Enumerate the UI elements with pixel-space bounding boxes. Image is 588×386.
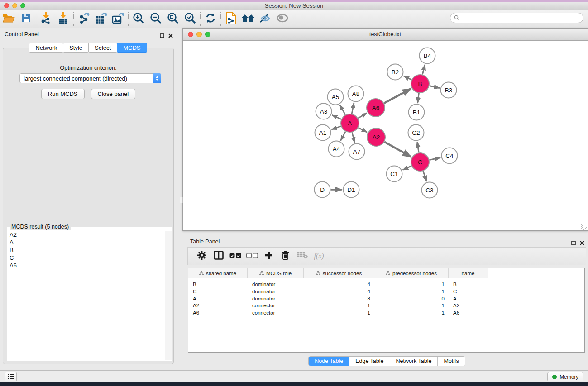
node-B3[interactable]: B3 xyxy=(441,82,457,98)
mcds-result-item[interactable]: C xyxy=(8,254,165,262)
edge-A-A3[interactable] xyxy=(332,115,341,119)
node-A[interactable]: A xyxy=(341,114,359,132)
cell-predecessor-nodes[interactable]: 1 xyxy=(374,302,449,309)
network-zoom-button[interactable] xyxy=(205,32,210,37)
network-graph[interactable]: B4B2BB3A8A5A6A3B1AA1C2A2A4A7C4CC1C3DD1 xyxy=(183,41,588,230)
tab-select[interactable]: Select xyxy=(88,43,117,53)
node-C[interactable]: C xyxy=(411,153,429,171)
cell-name[interactable]: A2 xyxy=(449,302,488,309)
close-window-button[interactable] xyxy=(4,3,9,8)
edge-B-B4[interactable] xyxy=(422,65,425,75)
node-A7[interactable]: A7 xyxy=(349,144,365,160)
add-column-button[interactable] xyxy=(260,248,277,264)
tab-edge-table[interactable]: Edge Table xyxy=(349,357,390,366)
save-session-button[interactable] xyxy=(17,11,34,27)
table-row-C[interactable]: Cdominator41C xyxy=(188,288,488,295)
close-panel-button[interactable]: Close panel xyxy=(91,89,136,99)
node-A5[interactable]: A5 xyxy=(328,89,344,105)
cell-shared-name[interactable]: C xyxy=(188,288,248,295)
zoom-fit-button[interactable] xyxy=(164,11,182,27)
close-panel-icon[interactable] xyxy=(580,239,584,247)
zoom-window-button[interactable] xyxy=(20,3,25,8)
import-network-button[interactable] xyxy=(38,11,55,27)
edge-A2-C[interactable] xyxy=(384,142,411,157)
edge-C-C2[interactable] xyxy=(417,142,419,152)
table-settings-button[interactable] xyxy=(193,248,210,264)
clear-selection-button[interactable] xyxy=(244,248,260,264)
column-header-shared-name[interactable]: shared name xyxy=(188,268,248,278)
node-B1[interactable]: B1 xyxy=(409,105,425,120)
edge-C-C1[interactable] xyxy=(403,166,411,170)
node-B4[interactable]: B4 xyxy=(420,48,435,64)
mcds-result-item[interactable]: A xyxy=(8,238,165,246)
new-network-from-file-button[interactable] xyxy=(222,11,239,27)
edge-B-B2[interactable] xyxy=(404,76,411,80)
network-canvas[interactable]: B4B2BB3A8A5A6A3B1AA1C2A2A4A7C4CC1C3DD1 xyxy=(183,41,588,230)
mcds-result-item[interactable]: A6 xyxy=(8,262,165,269)
edge-A-A7[interactable] xyxy=(352,132,354,143)
cell-MCDS-role[interactable]: connector xyxy=(248,309,304,316)
node-A1[interactable]: A1 xyxy=(315,125,331,141)
mcds-result-item[interactable]: A2 xyxy=(8,231,165,238)
zoom-selected-button[interactable] xyxy=(182,11,199,27)
delete-column-button[interactable] xyxy=(277,248,294,264)
edge-C-C4[interactable] xyxy=(430,157,440,160)
open-session-button[interactable] xyxy=(0,11,17,27)
import-table-button[interactable] xyxy=(55,11,72,27)
task-history-button[interactable] xyxy=(5,372,17,381)
node-A4[interactable]: A4 xyxy=(329,141,344,157)
show-columns-button[interactable] xyxy=(210,248,227,264)
node-C2[interactable]: C2 xyxy=(408,125,424,141)
cell-name[interactable]: A6 xyxy=(449,309,488,316)
memory-button[interactable]: Memory xyxy=(547,372,583,381)
tab-motifs[interactable]: Motifs xyxy=(438,357,464,366)
cell-shared-name[interactable]: A2 xyxy=(188,302,248,309)
cell-predecessor-nodes[interactable]: 1 xyxy=(374,281,449,288)
column-header-MCDS-role[interactable]: MCDS role xyxy=(248,268,304,278)
tab-node-table[interactable]: Node Table xyxy=(309,357,349,366)
float-panel-icon[interactable] xyxy=(571,239,576,247)
criterion-dropdown[interactable]: largest connected component (directed) xyxy=(19,73,161,83)
tab-mcds[interactable]: MCDS xyxy=(117,43,147,53)
edge-A-A4[interactable] xyxy=(341,132,346,141)
node-C1[interactable]: C1 xyxy=(387,166,402,182)
node-A8[interactable]: A8 xyxy=(348,86,364,102)
node-D1[interactable]: D1 xyxy=(344,182,359,198)
column-header-successor-nodes[interactable]: successor nodes xyxy=(304,268,374,278)
node-B[interactable]: B xyxy=(411,75,429,93)
export-image-button[interactable] xyxy=(110,11,127,27)
edge-A-A5[interactable] xyxy=(340,105,345,115)
cell-shared-name[interactable]: A xyxy=(188,295,248,302)
cell-MCDS-role[interactable]: dominator xyxy=(248,295,304,302)
zoom-out-button[interactable] xyxy=(147,11,164,27)
edge-A-A8[interactable] xyxy=(352,103,354,114)
homes-button[interactable] xyxy=(239,11,257,27)
cell-predecessor-nodes[interactable]: 1 xyxy=(374,309,449,316)
cell-successor-nodes[interactable]: 1 xyxy=(304,302,374,309)
run-mcds-button[interactable]: Run MCDS xyxy=(41,89,85,99)
zoom-in-button[interactable] xyxy=(130,11,147,27)
edge-B-B1[interactable] xyxy=(418,93,419,103)
node-B2[interactable]: B2 xyxy=(387,64,403,80)
edge-B-B3[interactable] xyxy=(429,86,439,88)
select-all-button[interactable] xyxy=(227,248,244,264)
table-row-A2[interactable]: A2connector11A2 xyxy=(188,302,488,309)
network-close-button[interactable] xyxy=(188,32,193,37)
cell-name[interactable]: B xyxy=(449,281,488,288)
network-minimize-button[interactable] xyxy=(196,32,202,37)
cell-successor-nodes[interactable]: 8 xyxy=(304,295,374,302)
main-titlebar[interactable]: Session: New Session xyxy=(0,2,588,10)
cell-predecessor-nodes[interactable]: 0 xyxy=(374,295,449,302)
cell-successor-nodes[interactable]: 4 xyxy=(304,281,374,288)
cell-MCDS-role[interactable]: dominator xyxy=(248,288,304,295)
cell-shared-name[interactable]: A6 xyxy=(188,309,248,316)
cell-successor-nodes[interactable]: 1 xyxy=(304,309,374,316)
node-C3[interactable]: C3 xyxy=(422,182,438,198)
edge-A-A1[interactable] xyxy=(331,126,341,129)
export-network-button[interactable] xyxy=(75,11,92,27)
mcds-result-item[interactable]: B xyxy=(8,246,165,254)
split-divider-handle[interactable] xyxy=(180,197,183,203)
minimize-window-button[interactable] xyxy=(12,3,17,8)
cell-name[interactable]: A xyxy=(449,295,488,302)
edge-A-A2[interactable] xyxy=(359,128,367,132)
